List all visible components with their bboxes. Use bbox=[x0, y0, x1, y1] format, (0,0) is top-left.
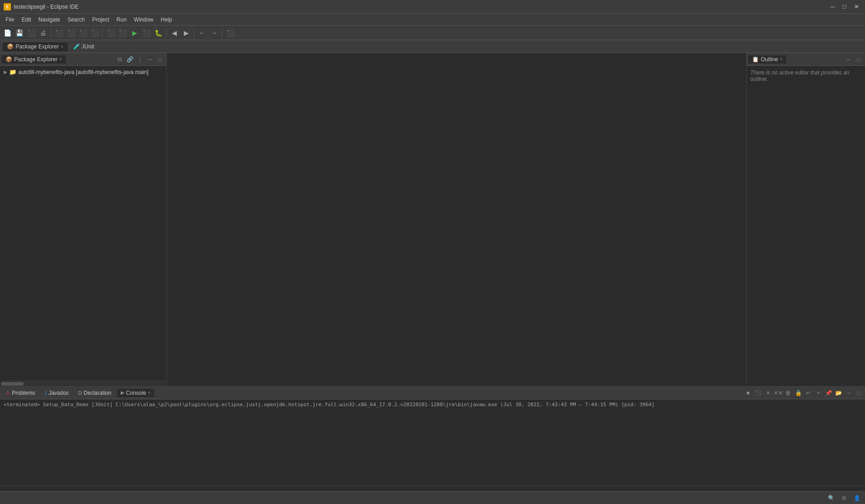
panel-pkg-icon: 📦 bbox=[5, 56, 12, 63]
eclipse-icon: E bbox=[4, 3, 11, 11]
h-scrollbar-track[interactable] bbox=[1, 382, 166, 386]
toolbar-btn-6[interactable]: ⬛ bbox=[65, 27, 76, 38]
console-pin-btn[interactable]: 📌 bbox=[824, 388, 833, 398]
panel-pkg-close[interactable]: × bbox=[59, 57, 62, 62]
status-search-icon[interactable]: 🔍 bbox=[827, 493, 836, 503]
console-terminate-btn[interactable]: ■ bbox=[743, 388, 753, 398]
project-label: autofill-mybenefits-java [autofill-myben… bbox=[18, 69, 149, 75]
console-output-text: <terminated> Setup_Data_Demo [JUnit] C:\… bbox=[4, 402, 655, 408]
tab-package-explorer[interactable]: 📦 Package Explorer × bbox=[2, 42, 69, 51]
junit-tab-icon: 🧪 bbox=[73, 43, 80, 50]
bottom-scrollbar bbox=[0, 486, 865, 491]
tree-arrow: ▶ bbox=[4, 69, 7, 74]
console-word-wrap-btn[interactable]: ↵ bbox=[804, 388, 813, 398]
toolbar-new-btn[interactable]: 📄 bbox=[2, 27, 13, 38]
toolbar-sep-5 bbox=[222, 28, 222, 37]
toolbar-sep-1 bbox=[51, 28, 51, 37]
toolbar-btn-12[interactable]: ⬛ bbox=[141, 27, 152, 38]
toolbar-run-btn[interactable]: ▶ bbox=[129, 27, 140, 38]
maximize-button[interactable]: □ bbox=[839, 2, 849, 12]
package-explorer-tab-close[interactable]: × bbox=[61, 44, 64, 49]
console-label: Console bbox=[126, 390, 146, 396]
menu-window[interactable]: Window bbox=[130, 16, 157, 24]
console-new-btn[interactable]: + bbox=[814, 388, 823, 398]
tab-problems[interactable]: ⚠ Problems bbox=[2, 389, 39, 397]
console-remove-launch-btn[interactable]: ✕ bbox=[764, 388, 773, 398]
console-scroll-lock-btn[interactable]: 🔒 bbox=[794, 388, 803, 398]
outline-content: There is no active editor that provides … bbox=[747, 66, 865, 386]
toolbar-next-edit-btn[interactable]: → bbox=[208, 27, 219, 38]
tab-junit[interactable]: 🧪 JUnit bbox=[69, 42, 99, 51]
toolbar-print-btn[interactable]: 🖨 bbox=[37, 27, 48, 38]
console-disconnect-btn[interactable]: ⬛ bbox=[753, 388, 763, 398]
close-button[interactable]: ✕ bbox=[851, 2, 861, 12]
menu-file[interactable]: File bbox=[2, 16, 18, 24]
console-output: <terminated> Setup_Data_Demo [JUnit] C:\… bbox=[4, 401, 861, 409]
menu-help[interactable]: Help bbox=[157, 16, 176, 24]
bottom-panel-header: ⚠ Problems J Javadoc D Declaration ▶ Con… bbox=[0, 387, 865, 399]
console-clear-btn[interactable]: 🗑 bbox=[784, 388, 793, 398]
right-panel-header: 📋 Outline × ─ □ bbox=[747, 53, 865, 66]
status-right: 🔍 ⚙ 👤 bbox=[827, 493, 861, 503]
toolbar: 📄 💾 ⬛ 🖨 ⬛ ⬛ ⬛ ⬛ ⬛ ⬛ ▶ ⬛ 🐛 ◀ ▶ ← → ⬛ bbox=[0, 26, 865, 40]
editor-area[interactable] bbox=[167, 53, 746, 386]
menu-project[interactable]: Project bbox=[88, 16, 112, 24]
toolbar-btn-8[interactable]: ⬛ bbox=[89, 27, 100, 38]
console-remove-all-btn[interactable]: ✕✕ bbox=[774, 388, 783, 398]
console-open-btn[interactable]: 📂 bbox=[834, 388, 843, 398]
toolbar-save-all-btn[interactable]: ⬛ bbox=[26, 27, 37, 38]
toolbar-btn-10[interactable]: ⬛ bbox=[117, 27, 128, 38]
toolbar-btn-5[interactable]: ⬛ bbox=[53, 27, 64, 38]
title-bar: E testeclipsegit - Eclipse IDE ─ □ ✕ bbox=[0, 0, 865, 14]
outline-tab-icon: 📋 bbox=[752, 56, 759, 63]
toolbar-save-btn[interactable]: 💾 bbox=[14, 27, 25, 38]
panel-link-btn[interactable]: 🔗 bbox=[125, 55, 134, 64]
status-settings-icon[interactable]: ⚙ bbox=[839, 493, 849, 503]
package-explorer-tab-label: Package Explorer bbox=[16, 43, 59, 50]
tab-javadoc[interactable]: J Javadoc bbox=[41, 389, 73, 397]
h-scrollbar-thumb bbox=[1, 382, 24, 386]
toolbar-back-btn[interactable]: ◀ bbox=[169, 27, 180, 38]
toolbar-btn-9[interactable]: ⬛ bbox=[105, 27, 116, 38]
outline-tab-close[interactable]: × bbox=[780, 57, 783, 62]
panel-tab-package-explorer[interactable]: 📦 Package Explorer × bbox=[2, 55, 66, 64]
minimize-button[interactable]: ─ bbox=[828, 2, 838, 12]
outline-no-editor-message: There is no active editor that provides … bbox=[750, 69, 849, 82]
outline-max-btn[interactable]: □ bbox=[854, 55, 863, 64]
tree-item-project[interactable]: ▶ 📁 autofill-mybenefits-java [autofill-m… bbox=[0, 68, 166, 76]
javadoc-label: Javadoc bbox=[48, 390, 69, 396]
panel-min-btn[interactable]: ─ bbox=[145, 55, 155, 64]
console-max-btn[interactable]: □ bbox=[854, 388, 863, 398]
outline-min-btn[interactable]: ─ bbox=[844, 55, 853, 64]
toolbar-debug-btn[interactable]: 🐛 bbox=[153, 27, 164, 38]
right-panel: 📋 Outline × ─ □ There is no active edito… bbox=[746, 53, 865, 386]
toolbar-next-annot-btn[interactable]: ⬛ bbox=[224, 27, 235, 38]
project-icon: 📁 bbox=[9, 69, 16, 75]
console-min-btn[interactable]: ─ bbox=[844, 388, 853, 398]
center-panel bbox=[167, 53, 746, 386]
toolbar-sep-3 bbox=[166, 28, 166, 37]
toolbar-sep-2 bbox=[102, 28, 103, 37]
bottom-panel-content: <terminated> Setup_Data_Demo [JUnit] C:\… bbox=[0, 399, 865, 486]
outline-tab[interactable]: 📋 Outline × bbox=[748, 55, 786, 64]
bottom-panel: ⚠ Problems J Javadoc D Declaration ▶ Con… bbox=[0, 386, 865, 491]
tab-declaration[interactable]: D Declaration bbox=[75, 389, 115, 397]
menu-search[interactable]: Search bbox=[64, 16, 88, 24]
content-area: 📦 Package Explorer × ⊟ 🔗 ⋮ ─ □ ▶ 📁 autof… bbox=[0, 53, 865, 386]
bottom-panel-actions: ■ ⬛ ✕ ✕✕ 🗑 🔒 ↵ + 📌 📂 ─ □ bbox=[743, 388, 863, 398]
console-tab-close[interactable]: × bbox=[148, 390, 151, 395]
menu-run[interactable]: Run bbox=[113, 16, 130, 24]
status-bar: 🔍 ⚙ 👤 bbox=[0, 491, 865, 504]
panel-menu-btn[interactable]: ⋮ bbox=[135, 55, 144, 64]
panel-collapse-btn[interactable]: ⊟ bbox=[115, 55, 124, 64]
status-perspective-icon[interactable]: 👤 bbox=[852, 493, 861, 503]
toolbar-prev-edit-btn[interactable]: ← bbox=[197, 27, 208, 38]
menu-navigate[interactable]: Navigate bbox=[35, 16, 64, 24]
toolbar-btn-7[interactable]: ⬛ bbox=[77, 27, 88, 38]
problems-label: Problems bbox=[12, 390, 35, 396]
tab-console[interactable]: ▶ Console × bbox=[117, 389, 155, 397]
window-title: testeclipsegit - Eclipse IDE bbox=[14, 4, 79, 10]
panel-max-btn[interactable]: □ bbox=[155, 55, 165, 64]
menu-edit[interactable]: Edit bbox=[18, 16, 35, 24]
toolbar-forward-btn[interactable]: ▶ bbox=[181, 27, 192, 38]
